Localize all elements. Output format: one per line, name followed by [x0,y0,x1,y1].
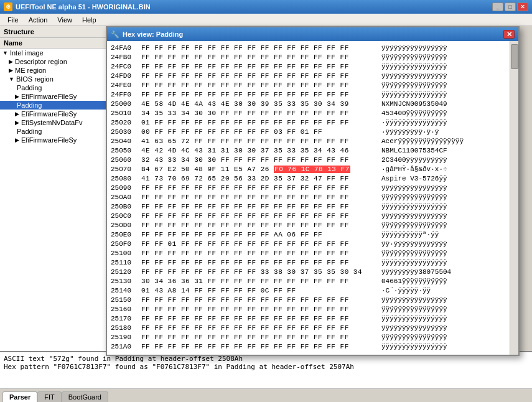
tree-padding-selected[interactable]: Padding [0,101,108,110]
hex-line: 250D0FF FF FF FF FF FF FF FF FF FF FF FF… [111,221,506,230]
hex-address: 25080 [111,174,139,184]
tab-bootguard[interactable]: BootGuard [62,391,108,402]
hex-address: 25160 [111,305,139,314]
hex-line: 24FE0FF FF FF FF FF FF FF FF FF FF FF FF… [111,81,506,90]
hex-ascii: ÿÿÿÿÿÿÿÿÿ38075504 [381,268,451,277]
hex-bytes: FF FF FF FF FF FF FF FF FF FF FF FF FF F… [141,314,378,324]
status-line2: Hex pattern "F0761C7813F7" found as "F07… [4,363,528,371]
hex-ascii: ÿÿÿÿÿÿÿÿÿÿÿÿÿÿÿÿ [381,333,447,342]
tree-efi-1[interactable]: ▶ EfiFirmwareFileSy [0,92,108,101]
tab-fit[interactable]: FIT [37,391,62,402]
hex-line: 2513030 34 36 36 31 FF FF FF FF FF FF FF… [111,277,506,286]
column-name: Name [0,38,108,49]
hex-address: 25040 [111,137,139,146]
menu-file[interactable]: File [2,15,24,25]
tree-label: EfiFirmwareFileSy [21,110,77,118]
scrollbar-track[interactable] [510,41,518,355]
hex-address: 25110 [111,258,139,268]
hex-address: 25020 [111,118,139,128]
hex-ascii: ÿÿÿÿÿÿÿÿÿÿÿÿÿÿÿÿ [381,314,447,324]
hex-bytes: FF FF FF FF FF FF FF FF FF FF FF FF FF F… [141,202,378,212]
menu-view[interactable]: View [52,15,77,25]
dialog-title-bar: 🔧 Hex view: Padding ✕ [107,27,518,41]
hex-line: 25070B4 67 E2 50 48 9F 11 E5 A7 26 F0 76… [111,165,506,174]
tree-descriptor-region[interactable]: ▶ Descriptor region [0,57,108,66]
hex-content: 24FA0FF FF FF FF FF FF FF FF FF FF FF FF… [107,41,518,355]
hex-address: 250E0 [111,230,139,240]
hex-line: 25190FF FF FF FF FF FF FF FF FF FF FF FF… [111,333,506,342]
menu-action[interactable]: Action [24,15,53,25]
app-title: UEFITool NE alpha 51 - HWORIGINAL.BIN [16,3,151,11]
hex-address: 24FE0 [111,81,139,90]
hex-ascii: ÿÿÿÿÿÿÿÿÿÿÿÿÿÿÿÿ [381,90,447,100]
hex-ascii: 04661ÿÿÿÿÿÿÿÿÿÿÿ [381,277,447,286]
tree-label: Padding [17,101,42,109]
hex-line: 24FB0FF FF FF FF FF FF FF FF FF FF FF FF… [111,53,506,62]
hex-line: 2503000 FF FF FF FF FF FF FF FF FF 03 FF… [111,128,506,137]
hex-line: 25150FF FF FF FF FF FF FF FF FF FF FF FF… [111,296,506,305]
hex-address: 250C0 [111,212,139,221]
hex-line: 2504041 63 65 72 FF FF FF FF FF FF FF FF… [111,137,506,146]
hex-bytes: FF FF FF FF FF FF FF FF FF FF FF FF FF F… [141,296,378,305]
tree-padding-2[interactable]: Padding [0,127,108,136]
tree-efi-2[interactable]: ▶ EfiFirmwareFileSy [0,110,108,118]
scrollbar-thumb[interactable] [511,44,518,69]
maximize-button[interactable]: □ [505,2,516,11]
tree-bios-region[interactable]: ▼ BIOS region [0,75,108,83]
tree-label: Padding [17,128,42,135]
hex-ascii: NXMNJCN009535049 [381,100,447,109]
tab-parser[interactable]: Parser [2,391,37,402]
menu-help[interactable]: Help [77,15,101,25]
hex-address: 25070 [111,165,139,174]
hex-bytes: 01 43 A8 14 FF FF FF FF FF 0C FF FF [141,286,378,296]
hex-ascii: ÿÿÿÿÿÿÿÿÿÿÿÿÿÿÿÿ [381,296,447,305]
hex-bytes: 30 34 36 36 31 FF FF FF FF FF FF FF FF F… [141,277,378,286]
hex-line: 250C0FF FF FF FF FF FF FF FF FF FF FF FF… [111,212,506,221]
tree-efi-3[interactable]: ▶ EfiFirmwareFileSy [0,136,108,144]
hex-address: 25010 [111,109,139,118]
hex-address: 24FA0 [111,44,139,53]
hex-address: 250A0 [111,193,139,202]
tree-intel-image[interactable]: ▼ Intel image [0,49,108,57]
minimize-button[interactable]: _ [492,2,503,11]
hex-ascii: ·C¨·ÿÿÿÿÿ·ÿÿ [381,286,431,296]
hex-address: 25050 [111,146,139,156]
dialog-close-button[interactable]: ✕ [503,30,515,39]
hex-address: 25000 [111,100,139,109]
hex-bytes: FF FF FF FF FF FF FF FF FF FF FF FF FF F… [141,184,378,193]
tree-me-region[interactable]: ▶ ME region [0,66,108,75]
hex-ascii: ÿÿÿÿÿÿÿÿÿÿÿÿÿÿÿÿ [381,193,447,202]
hex-line: 24FA0FF FF FF FF FF FF FF FF FF FF FF FF… [111,44,506,53]
hex-address: 250F0 [111,240,139,249]
hex-ascii: ÿÿÿÿÿÿÿÿÿÿÿÿÿÿÿÿ [381,62,447,72]
hex-address: 25140 [111,286,139,296]
tree-efi-nvdata[interactable]: ▶ EfiSystemNvDataFv [0,118,108,127]
hex-ascii: ÿÿÿÿÿÿÿÿÿÿÿÿÿÿÿÿ [381,212,447,221]
hex-bytes: FF FF FF FF FF FF FF FF FF FF FF FF FF F… [141,90,378,100]
hex-bytes: FF FF FF FF FF FF FF FF FF FF AA 06 FF F… [141,230,378,240]
hex-address: 25100 [111,249,139,258]
hex-bytes: FF FF FF FF FF FF FF FF FF FF FF FF FF F… [141,305,378,314]
hex-ascii: ·ÿÿÿÿÿÿÿÿÿ·ÿ·ÿ [381,128,439,137]
hex-address: 25030 [111,128,139,137]
hex-address: 25190 [111,333,139,342]
hex-scroll-area[interactable]: 24FA0FF FF FF FF FF FF FF FF FF FF FF FF… [107,41,510,355]
hex-bytes: FF FF FF FF FF FF FF FF FF FF FF FF FF F… [141,221,378,230]
hex-line: 2514001 43 A8 14 FF FF FF FF FF 0C FF FF… [111,286,506,296]
hex-ascii: ÿÿÿÿÿÿÿÿÿÿÿÿÿÿÿÿ [381,44,447,53]
hex-line: 2502001 FF FF FF FF FF FF FF FF FF FF FF… [111,118,506,128]
hex-address: 25180 [111,324,139,333]
tree-label: EfiSystemNvDataFv [21,119,82,126]
hex-bytes: FF FF FF FF FF FF FF FF FF FF FF FF FF F… [141,193,378,202]
close-app-button[interactable]: ✕ [517,2,528,11]
hex-bytes: 4E 42 4D 4C 43 31 31 30 30 37 35 33 35 3… [141,146,378,156]
hex-bytes: 41 73 70 69 72 65 20 56 33 2D 35 37 32 4… [141,174,378,184]
expand-icon: ▶ [15,111,19,117]
title-bar: ⚙ UEFITool NE alpha 51 - HWORIGINAL.BIN … [0,0,532,14]
hex-address: 25090 [111,184,139,193]
hex-ascii: ÿÿÿÿÿÿÿÿÿÿÿÿÿÿÿÿ [381,221,447,230]
hex-line: 25120FF FF FF FF FF FF FF FF FF 33 38 30… [111,268,506,277]
hex-ascii: 453400ÿÿÿÿÿÿÿÿÿÿ [381,109,447,118]
hex-address: 251A0 [111,342,139,352]
tree-padding-1[interactable]: Padding [0,83,108,92]
